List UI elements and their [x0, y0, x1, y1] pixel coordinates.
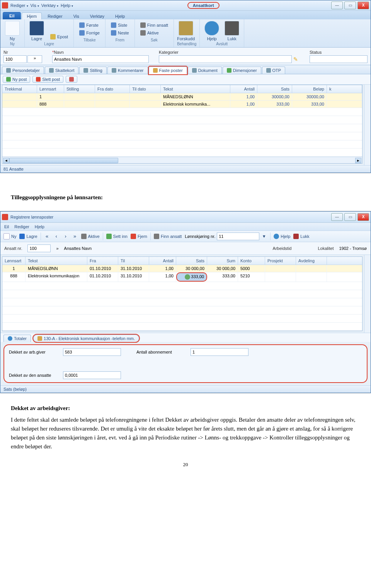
fjern-button[interactable]: Fjern	[131, 234, 147, 239]
table-row[interactable]: 1 MÅNEDSLØNN 01.10.2010 31.10.2010 1,00 …	[2, 265, 362, 272]
col-sats[interactable]: Sats	[257, 85, 292, 93]
tab-stilling[interactable]: Stilling	[79, 67, 106, 74]
ribbon-tab-hjelp[interactable]: Hjelp	[110, 12, 130, 19]
next-icon[interactable]: ›	[63, 233, 69, 239]
settinn-button[interactable]: Sett inn	[106, 234, 128, 239]
lukk-button[interactable]: Lukk	[223, 21, 241, 41]
tab-otp[interactable]: OTP	[262, 67, 286, 74]
ansattnr-input[interactable]	[27, 244, 51, 252]
menu-vis[interactable]: Vis ▾	[31, 3, 39, 8]
dekket-ans-input[interactable]	[63, 371, 121, 379]
menu-fil[interactable]: Eil	[4, 224, 9, 229]
col-sats[interactable]: Sats	[176, 257, 207, 265]
col-til-dato[interactable]: Til dato	[130, 85, 161, 93]
col-sum[interactable]: Sum	[207, 257, 238, 265]
lagre-button[interactable]: Lagre	[19, 234, 37, 239]
col-belop[interactable]: Beløp	[292, 85, 327, 93]
dekket-arb-input[interactable]	[63, 348, 121, 356]
col-lonnsart[interactable]: Lønnsart	[2, 257, 26, 265]
tab-totaler[interactable]: Totaler	[3, 335, 31, 342]
tab-dokument[interactable]: Dokument	[188, 67, 222, 74]
dropdown-icon[interactable]: ▾	[261, 233, 267, 239]
ribbon-tab-rediger[interactable]: Rediger	[43, 12, 68, 19]
close-button[interactable]: X	[357, 2, 369, 9]
col-trekkmal[interactable]: Trekkmal	[2, 85, 37, 93]
last-icon[interactable]: »	[72, 233, 78, 239]
maximize-button[interactable]: ▭	[344, 2, 356, 9]
navn-input[interactable]	[52, 55, 149, 63]
lagre-button[interactable]: Lagre	[28, 21, 46, 41]
table-row[interactable]: 1 MÅNEDSLØNN 1,00 30000,00 30000,00	[2, 93, 362, 101]
col-prosjekt[interactable]: Prosjekt	[265, 257, 296, 265]
aktive-button[interactable]: Aktive	[81, 234, 100, 239]
scroll-right-icon[interactable]: ►	[355, 158, 361, 163]
lookup-button[interactable]: »	[56, 246, 58, 251]
col-antall[interactable]: Antall	[230, 85, 257, 93]
ny-button[interactable]: Ny	[3, 21, 21, 41]
prev-icon[interactable]: ‹	[53, 233, 60, 239]
col-k[interactable]: k	[327, 85, 362, 93]
table-row[interactable]: 888 Elektronisk kommunikasjon 01.10.2010…	[2, 272, 362, 282]
slett-post-button[interactable]: Slett post	[32, 76, 63, 83]
tab-130a[interactable]: 130-A - Elektronisk kommunikasjon -telef…	[33, 335, 139, 342]
nr-lookup-button[interactable]: »	[27, 55, 42, 63]
menu-rediger[interactable]: Rediger	[14, 224, 29, 229]
hjelp-button[interactable]: Hjelp	[203, 21, 221, 41]
minimize-button[interactable]: —	[331, 2, 343, 9]
lukk-button[interactable]: Lukk	[293, 234, 309, 239]
epost-button[interactable]: Epost	[49, 33, 69, 40]
table-row[interactable]: 888 Elektronisk kommunika... 1,00 333,00…	[2, 101, 362, 108]
menu-hjelp[interactable]: Hjelp	[35, 224, 44, 229]
status-input[interactable]	[310, 55, 368, 63]
ribbon-tab-vis[interactable]: Vis	[68, 12, 84, 19]
forste-button[interactable]: Første	[78, 22, 99, 29]
scroll-left-icon[interactable]: ◄	[3, 158, 9, 163]
maximize-button[interactable]: ▭	[344, 213, 356, 221]
col-tekst[interactable]: Tekst	[26, 257, 87, 265]
siste-button[interactable]: Siste	[110, 22, 128, 29]
ny-button[interactable]: Ny	[3, 233, 16, 239]
menu-rediger[interactable]: Rediger ▾	[10, 3, 28, 8]
menu-verktoy[interactable]: Verktøy ▾	[41, 3, 58, 8]
horizontal-scrollbar[interactable]: ◄ ►	[2, 157, 362, 163]
forskudd-button[interactable]: Forskudd	[177, 21, 195, 41]
check-button[interactable]	[66, 76, 77, 83]
minimize-button[interactable]: —	[331, 213, 343, 221]
col-konto[interactable]: Konto	[238, 257, 265, 265]
hjelp-button[interactable]: Hjelp	[274, 234, 290, 239]
col-fra[interactable]: Fra	[87, 257, 118, 265]
kategorier-input[interactable]	[159, 55, 292, 63]
col-til[interactable]: Til	[118, 257, 149, 265]
col-lonnsart[interactable]: Lønnsart	[37, 85, 64, 93]
finn-button[interactable]: Finn ansatt	[154, 234, 182, 239]
aktive-button[interactable]: Aktive	[140, 29, 160, 36]
col-stilling[interactable]: Stilling	[64, 85, 95, 93]
header-row: Ansatt nr. » Ansattes Navn Arbeidstid Lo…	[0, 242, 371, 255]
tab-persondetaljer[interactable]: Persondetaljer	[2, 67, 44, 74]
ribbon-tab-verktoy[interactable]: Verktøy	[85, 12, 109, 19]
forrige-button[interactable]: Forrige	[78, 29, 100, 36]
close-button[interactable]: X	[357, 213, 369, 221]
finn-button[interactable]: Finn ansatt	[140, 22, 169, 29]
scroll-thumb[interactable]	[9, 158, 118, 163]
col-fra-dato[interactable]: Fra dato	[95, 85, 130, 93]
lonnskjoring-input[interactable]	[217, 232, 259, 240]
nr-input[interactable]	[3, 55, 27, 63]
col-avdeling[interactable]: Avdeling	[296, 257, 327, 265]
tab-faste-poster[interactable]: Faste poster	[149, 67, 187, 74]
ny-post-button[interactable]: Ny post	[3, 76, 30, 83]
vertical-scrollbar[interactable]	[364, 85, 371, 165]
tab-kommentarer[interactable]: Kommentarer	[107, 67, 148, 74]
pencil-icon[interactable]: ✎	[292, 55, 300, 63]
ribbon-tab-hjem[interactable]: Hjem	[22, 12, 42, 19]
vertical-scrollbar[interactable]	[364, 255, 371, 333]
ribbon-tab-fil[interactable]: Eil	[3, 12, 21, 19]
tab-dimensjoner[interactable]: Dimensjoner	[223, 67, 261, 74]
col-antall[interactable]: Antall	[149, 257, 176, 265]
col-tekst[interactable]: Tekst	[161, 85, 230, 93]
tab-skattekort[interactable]: Skattekort	[45, 67, 79, 74]
antall-ab-input[interactable]	[191, 348, 248, 356]
menu-hjelp[interactable]: Hjelp ▾	[61, 3, 73, 8]
neste-button[interactable]: Neste	[110, 29, 130, 36]
first-icon[interactable]: «	[44, 233, 50, 239]
